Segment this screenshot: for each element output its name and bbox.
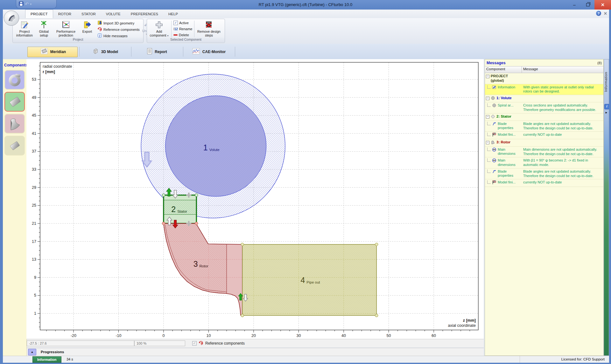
tab-cae-monitor-label: CAE-Monitor bbox=[202, 50, 226, 54]
message-row[interactable]: Main dimensionsWith β1 = 90° ψ becomes 2… bbox=[485, 157, 603, 168]
message-row[interactable]: Model fini...currently NOT up-to-date bbox=[485, 179, 603, 187]
tab-cae-monitor[interactable]: CAE-Monitor bbox=[183, 47, 235, 57]
svg-text:Volute: Volute bbox=[209, 148, 220, 152]
help-icon[interactable]: ? bbox=[596, 11, 601, 16]
minimize-button[interactable]: – bbox=[568, 0, 581, 10]
rename-button[interactable]: I12 Rename bbox=[173, 26, 192, 31]
message-group-row[interactable]: −PROJECT (global) bbox=[485, 73, 603, 84]
ribbon-group-selected-label: Selected Component bbox=[147, 38, 225, 42]
message-row[interactable]: Main dimensionsMain dimensions are not u… bbox=[485, 147, 603, 158]
stator-handle[interactable] bbox=[162, 194, 165, 196]
message-row[interactable]: InformationWith given static pressure at… bbox=[485, 84, 603, 95]
save-icon[interactable] bbox=[19, 1, 24, 7]
progressions-collapse-button[interactable]: ▲ bbox=[28, 349, 36, 355]
y-tick-label: 13 bbox=[32, 257, 36, 262]
information-side-tab[interactable]: Information i ► bbox=[604, 59, 609, 356]
menu-tab-preferences[interactable]: PREFERENCES bbox=[126, 10, 163, 18]
messages-title: Messages bbox=[487, 61, 506, 65]
component-button-volute[interactable] bbox=[4, 70, 25, 90]
stator-handle[interactable] bbox=[195, 194, 198, 196]
ribbon-group-project-label: Project bbox=[13, 38, 143, 42]
quick-access-toolbar: ↶ ▾ bbox=[16, 0, 57, 9]
message-group-row[interactable]: −3: Rotor bbox=[485, 139, 603, 147]
menu-tab-help[interactable]: HELP bbox=[163, 10, 183, 18]
y-tick-label: 9 bbox=[34, 275, 36, 280]
message-row[interactable]: Spiral ar...Cross sections are updated a… bbox=[485, 102, 603, 113]
active-checkbox[interactable]: ✓ Active bbox=[173, 20, 192, 25]
svg-text:R: R bbox=[100, 28, 102, 31]
collapse-ribbon-icon[interactable]: ✕ bbox=[604, 11, 607, 16]
tree-branch-icon bbox=[487, 133, 491, 136]
reference-components-checkbox[interactable]: ✓ bbox=[192, 341, 197, 346]
import-3d-geometry-button[interactable]: Import 3D geometry bbox=[97, 20, 140, 26]
x-axis-title: axial coordinate bbox=[448, 323, 476, 328]
x-tick-label: 0 bbox=[163, 333, 165, 338]
messages-panel: Messages (8) Component Message −PROJECT … bbox=[485, 59, 604, 356]
volute-inner-contour[interactable] bbox=[165, 96, 266, 196]
blade-icon bbox=[492, 122, 496, 127]
tree-expander-icon[interactable]: − bbox=[486, 115, 489, 119]
component-button-stator[interactable] bbox=[4, 92, 25, 112]
window-controls: – ✕ bbox=[568, 0, 611, 10]
menu-tab-project[interactable]: PROJECT bbox=[25, 10, 53, 18]
messages-column-message[interactable]: Message bbox=[522, 66, 539, 73]
add-component-button[interactable]: Add component ▾ bbox=[148, 20, 171, 38]
tab-3d-model-label: 3D Model bbox=[101, 50, 118, 54]
window-title: RT pi1.9 VTG (generic).cft (Turbine) - C… bbox=[0, 2, 611, 7]
pipe-handle[interactable] bbox=[375, 314, 378, 317]
tree-expander-icon[interactable]: − bbox=[486, 97, 489, 100]
close-button[interactable]: ✕ bbox=[594, 0, 611, 10]
expand-arrow-icon[interactable]: ► bbox=[605, 111, 608, 114]
message-group-row[interactable]: −2: Stator bbox=[485, 113, 603, 121]
messages-column-component[interactable]: Component bbox=[485, 66, 522, 73]
tree-expander-icon[interactable]: − bbox=[486, 141, 489, 144]
tab-meridian[interactable]: Meridian bbox=[27, 47, 80, 57]
window-border-left bbox=[0, 10, 3, 364]
component-button-pipe[interactable] bbox=[4, 136, 25, 155]
pipe-out-region[interactable] bbox=[242, 244, 377, 316]
view-tab-bar: Meridian 3D Model Report CAE-Monitor bbox=[3, 44, 609, 59]
rotor-icon bbox=[8, 117, 22, 131]
tree-expander-icon[interactable]: − bbox=[486, 75, 489, 78]
quick-access-dropdown-icon[interactable]: ▾ bbox=[30, 3, 32, 6]
status-bar: Information 34 s Licensed for: CFD Suppo… bbox=[3, 356, 609, 363]
performance-prediction-button[interactable]: Performance prediction bbox=[52, 20, 80, 38]
component-button-rotor[interactable] bbox=[4, 114, 25, 134]
menu-tab-stator[interactable]: STATOR bbox=[76, 10, 101, 18]
rotor-inlet-handle[interactable] bbox=[162, 222, 165, 225]
stator-icon bbox=[8, 95, 22, 109]
active-checkbox-icon[interactable]: ✓ bbox=[173, 21, 178, 25]
meridian-canvas[interactable]: 1Volute2Stator3Rotor4Pipe out-20-1001020… bbox=[26, 59, 484, 339]
application-menu-button[interactable] bbox=[4, 10, 19, 26]
flag-icon bbox=[492, 180, 496, 185]
components-sidebar: Components bbox=[3, 59, 27, 356]
message-row[interactable]: Blade propertiesBlade angles are not upd… bbox=[485, 121, 603, 132]
pipe-handle[interactable] bbox=[375, 243, 378, 246]
menu-tab-rotor[interactable]: ROTOR bbox=[53, 10, 76, 18]
export-button[interactable]: Export bbox=[80, 20, 95, 38]
message-text: Blade angles are not updated automatical… bbox=[522, 168, 603, 179]
message-row[interactable]: Blade propertiesBlade angles are not upd… bbox=[485, 168, 603, 180]
delete-button[interactable]: Delete bbox=[173, 32, 192, 38]
reference-components-strip-label: Reference components bbox=[205, 341, 245, 346]
add-component-dropdown-icon[interactable]: ▾ bbox=[167, 34, 168, 37]
window-border-bottom bbox=[0, 363, 611, 364]
pipe-handle[interactable] bbox=[241, 314, 244, 317]
tab-3d-model[interactable]: 3D Model bbox=[79, 47, 131, 57]
tab-report[interactable]: Report bbox=[131, 47, 183, 57]
global-setup-button[interactable]: Global setup bbox=[36, 20, 52, 38]
rotor-inlet-handle[interactable] bbox=[195, 222, 198, 225]
message-component-label: 3: Rotor bbox=[496, 140, 510, 145]
restore-button[interactable] bbox=[581, 0, 594, 10]
meridian-plot[interactable]: 1Volute2Stator3Rotor4Pipe out-20-1001020… bbox=[26, 59, 484, 339]
menu-tab-volute[interactable]: VOLUTE bbox=[101, 10, 126, 18]
tree-branch-icon bbox=[487, 122, 491, 125]
undo-icon[interactable]: ↶ bbox=[25, 1, 29, 7]
tab-meridian-label: Meridian bbox=[50, 50, 66, 54]
ribbon: Project information Global setup Perform… bbox=[3, 18, 609, 44]
message-row[interactable]: Model fini...currently NOT up-to-date bbox=[485, 132, 603, 139]
remove-design-steps-button[interactable]: Remove design steps bbox=[195, 20, 222, 38]
reference-components-button[interactable]: R Reference components bbox=[97, 27, 140, 32]
message-group-row[interactable]: −1: Volute bbox=[485, 95, 603, 102]
pipe-handle[interactable] bbox=[241, 243, 244, 246]
